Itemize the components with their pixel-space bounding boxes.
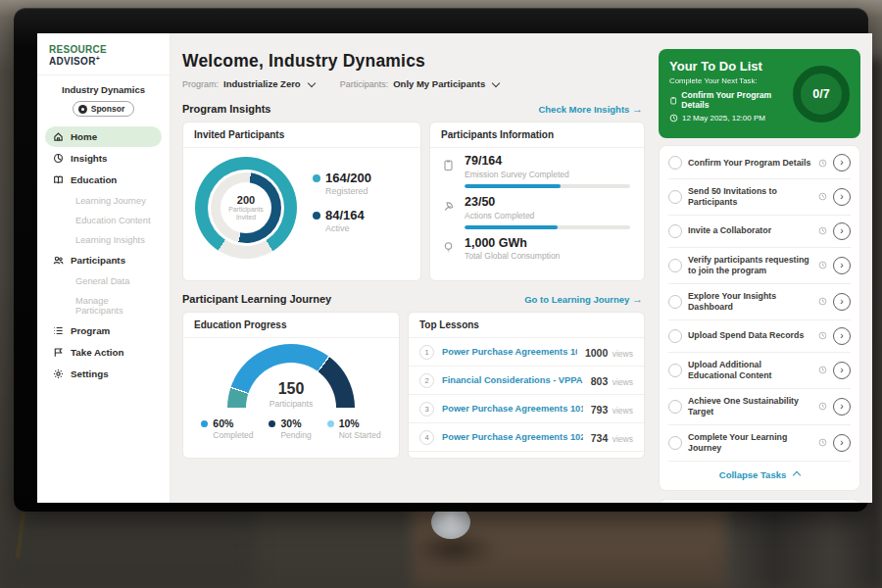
sidebar-item-insights[interactable]: Insights xyxy=(45,148,162,169)
donut-center-value: 200 xyxy=(237,194,255,206)
todo-summary-panel: Your To Do List Complete Your Next Task:… xyxy=(659,49,860,138)
program-insights-heading: Program Insights xyxy=(182,103,270,115)
participants-icon xyxy=(53,255,64,266)
progress-fill xyxy=(465,225,558,229)
task-checkbox[interactable] xyxy=(668,224,682,238)
task-checkbox[interactable] xyxy=(668,436,682,450)
lesson-link[interactable]: Power Purchase Agreements 101 xyxy=(442,347,577,357)
sidebar-item-settings[interactable]: Settings xyxy=(45,364,162,384)
todo-next-task: Confirm Your Program Details xyxy=(669,90,793,110)
todo-tasks-card: Confirm Your Program Details › Send 50 I… xyxy=(659,145,860,491)
lesson-link[interactable]: Power Purchase Agreements 101 xyxy=(442,404,583,414)
stat-emission-survey: 79/164 Emission Survey Completed xyxy=(442,155,630,188)
program-filter[interactable]: Program: Industrialize Zero xyxy=(182,78,315,89)
legend-value: 164/200 xyxy=(325,171,371,185)
logo-advisor: ADVISOR xyxy=(49,56,96,67)
learning-journey-heading: Participant Learning Journey xyxy=(182,293,331,305)
collapse-tasks-link[interactable]: Collapse Tasks xyxy=(668,462,851,489)
task-checkbox[interactable] xyxy=(668,295,682,309)
todo-next-task-label: Confirm Your Program Details xyxy=(681,90,793,110)
home-icon xyxy=(53,131,64,142)
invited-participants-card: Invited Participants 200 Participants In… xyxy=(182,122,421,281)
progress-bar xyxy=(465,225,630,229)
task-row: Send 50 Invitations to Participants › xyxy=(668,179,851,216)
link-label: Go to Learning Journey xyxy=(524,294,629,305)
lesson-rank: 3 xyxy=(419,402,434,416)
insights-cards-row: Invited Participants 200 Participants In… xyxy=(182,122,645,281)
task-row: Explore Your Insights Dashboard › xyxy=(668,284,851,320)
task-label: Upload Spend Data Records xyxy=(688,330,812,341)
clock-icon xyxy=(818,402,827,411)
sidebar-item-program[interactable]: Program xyxy=(45,320,162,341)
task-row: Achieve One Sustainability Target › xyxy=(668,389,851,425)
clock-icon xyxy=(818,226,827,235)
stat-label: Emission Survey Completed xyxy=(465,170,630,179)
sidebar-item-manage-participants[interactable]: Manage Participants xyxy=(45,291,162,320)
task-go-button[interactable]: › xyxy=(833,222,851,240)
todo-progress-ring: 0/7 xyxy=(793,66,850,122)
sidebar-item-take-action[interactable]: Take Action xyxy=(45,342,162,363)
education-progress-card: Education Progress 150 Participants xyxy=(182,312,400,459)
clock-icon xyxy=(818,366,827,374)
monitor-bezel: RESOURCE ADVISOR+ Industry Dynamics Spon… xyxy=(14,8,868,512)
lesson-link[interactable]: Financial Considerations - VPPAs xyxy=(442,375,583,385)
task-checkbox[interactable] xyxy=(668,329,682,343)
task-checkbox[interactable] xyxy=(668,190,682,204)
lesson-row: 4 Power Purchase Agreements 102 734 view… xyxy=(409,423,644,452)
todo-title: Your To Do List xyxy=(669,59,793,74)
task-go-button[interactable]: › xyxy=(833,293,851,311)
insights-icon xyxy=(53,153,64,164)
participants-filter-label: Participants: xyxy=(340,79,389,89)
sponsor-badge-label: Sponsor xyxy=(91,104,124,114)
sidebar-item-label: Program xyxy=(71,325,110,336)
sidebar-item-label: Insights xyxy=(71,153,108,164)
task-go-button[interactable]: › xyxy=(833,154,851,172)
chevron-up-icon xyxy=(793,471,801,479)
stat-value: 79/164 xyxy=(465,155,630,169)
sidebar-item-home[interactable]: Home xyxy=(45,126,162,147)
task-label: Invite a Collaborator xyxy=(688,225,812,236)
sidebar-item-education[interactable]: Education xyxy=(45,170,162,190)
task-go-button[interactable]: › xyxy=(833,434,851,452)
go-to-learning-journey-link[interactable]: Go to Learning Journey → xyxy=(524,293,643,305)
legend-item-pending: 30% Pending xyxy=(269,417,311,440)
task-checkbox[interactable] xyxy=(668,259,682,272)
donut-center: 200 Participants Invited xyxy=(220,182,271,233)
task-checkbox[interactable] xyxy=(668,364,682,377)
sponsor-icon xyxy=(78,105,87,114)
gauge-center: 150 Participants xyxy=(227,381,355,409)
settings-icon xyxy=(53,368,64,379)
task-checkbox[interactable] xyxy=(668,400,682,414)
task-go-button[interactable]: › xyxy=(833,327,851,345)
sidebar-item-learning-insights[interactable]: Learning Insights xyxy=(45,230,162,250)
desk-background: RESOURCE ADVISOR+ Industry Dynamics Spon… xyxy=(0,0,882,588)
progress-fill xyxy=(465,184,561,188)
dashboard-screen: RESOURCE ADVISOR+ Industry Dynamics Spon… xyxy=(37,33,872,503)
task-row: Complete Your Learning Journey › xyxy=(668,425,851,462)
sidebar-item-learning-journey[interactable]: Learning Journey xyxy=(45,191,162,211)
lesson-row: 5 Power Purchase Agreements 103 600 view… xyxy=(409,452,644,459)
task-go-button[interactable]: › xyxy=(833,257,851,274)
consumption-icon xyxy=(442,241,455,254)
task-checkbox[interactable] xyxy=(668,156,682,170)
info-card-title: Participants Information xyxy=(430,122,644,148)
stat-label: Total Global Consumption xyxy=(465,251,630,261)
task-go-button[interactable]: › xyxy=(833,398,851,416)
info-card-body: 79/164 Emission Survey Completed 23/50 A… xyxy=(430,148,644,261)
sidebar-item-education-content[interactable]: Education Content xyxy=(45,211,162,230)
sidebar-item-participants[interactable]: Participants xyxy=(45,250,162,270)
lesson-rank: 2 xyxy=(419,373,434,388)
clock-icon xyxy=(818,261,827,270)
lesson-link[interactable]: Power Purchase Agreements 102 xyxy=(442,432,583,442)
lesson-views-value: 1000 xyxy=(585,347,608,359)
clock-icon xyxy=(669,114,678,122)
task-go-button[interactable]: › xyxy=(833,362,851,379)
check-more-insights-link[interactable]: Check More Insights → xyxy=(538,103,643,115)
learning-cards-row: Education Progress 150 Participants xyxy=(182,312,645,459)
legend-label: Pending xyxy=(280,430,311,440)
clock-icon xyxy=(818,192,827,201)
participants-filter[interactable]: Participants: Only My Participants xyxy=(340,78,500,89)
sidebar-item-general-data[interactable]: General Data xyxy=(45,271,162,291)
task-go-button[interactable]: › xyxy=(833,188,851,206)
legend-value: 10% xyxy=(339,417,360,429)
